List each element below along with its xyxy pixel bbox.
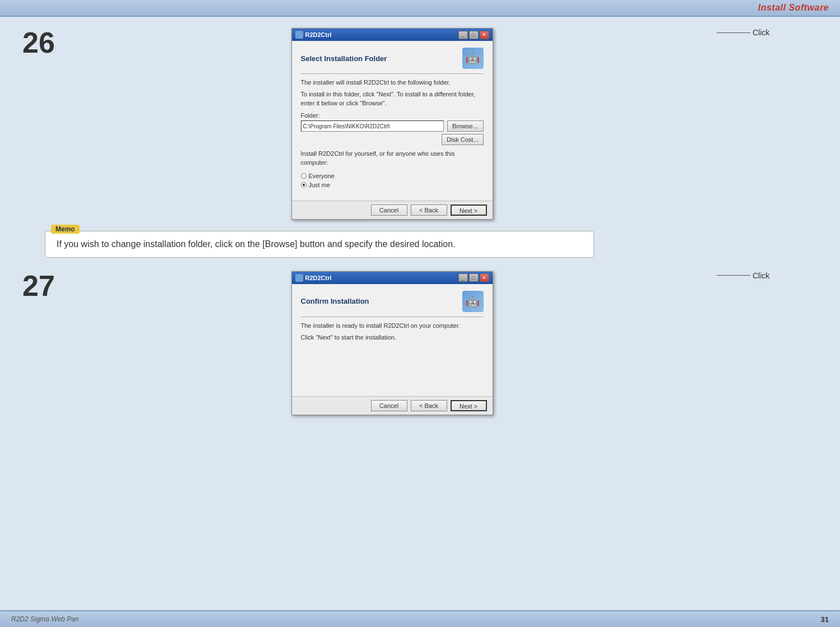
step-26-click-label: Click xyxy=(753,28,769,37)
step-26-text1: The installer will install R2D2Ctrl to t… xyxy=(301,78,484,87)
step-26-dialog: R2D2Ctrl _ □ ✕ Select Installation Folde… xyxy=(291,28,493,220)
step-27-dialog-footer: Cancel < Back Next > xyxy=(292,396,493,415)
step-26-radio-everyone[interactable]: Everyone xyxy=(301,173,484,179)
step-27-number: 27 xyxy=(22,271,67,300)
step-27-arrow-line xyxy=(717,275,750,276)
step-26-arrow-line xyxy=(717,32,750,33)
memo-box: Memo If you wish to change installation … xyxy=(45,231,594,258)
step-27-separator xyxy=(301,317,484,317)
step-27-app-icon xyxy=(295,274,303,282)
step-26-folder-label: Folder: xyxy=(301,112,484,119)
step-26-robot-icon: 🤖 xyxy=(462,48,484,69)
step-26-annotation: Click xyxy=(717,28,818,51)
step-26-number-col: 26 xyxy=(22,28,67,63)
step-26-next-btn[interactable]: Next > xyxy=(451,205,487,216)
step-27-restore-btn[interactable]: □ xyxy=(469,273,479,282)
step-26-titlebar-title: R2D2Ctrl xyxy=(295,31,332,39)
step-26-section: 26 R2D2Ctrl _ □ ✕ xyxy=(22,28,818,220)
step-27-next-btn[interactable]: Next > xyxy=(451,400,487,411)
step-26-text2: To install in this folder, click "Next".… xyxy=(301,90,484,108)
step-26-restore-btn[interactable]: □ xyxy=(469,31,479,39)
memo-label: Memo xyxy=(51,225,80,234)
step-26-install-label: Install R2D2Ctrl for yourself, or for an… xyxy=(301,150,484,167)
step-27-annotation: Click xyxy=(717,271,818,294)
step-26-dialog-heading-row: Select Installation Folder 🤖 xyxy=(301,48,484,69)
step-26-dialog-col: R2D2Ctrl _ □ ✕ Select Installation Folde… xyxy=(67,28,717,220)
step-26-folder-row: Browse... xyxy=(301,120,484,132)
step-27-back-btn[interactable]: < Back xyxy=(411,400,447,411)
footer-page-number: 31 xyxy=(821,615,829,624)
step-27-number-col: 27 xyxy=(22,271,67,306)
step-26-cancel-btn[interactable]: Cancel xyxy=(371,205,407,216)
step-26-minimize-btn[interactable]: _ xyxy=(458,31,468,39)
memo-text: If you wish to change installation folde… xyxy=(57,239,456,249)
step-26-dialog-footer: Cancel < Back Next > xyxy=(292,201,493,219)
step-26-back-btn[interactable]: < Back xyxy=(411,205,447,216)
page-title: Install Software xyxy=(758,3,829,13)
step-27-titlebar-title: R2D2Ctrl xyxy=(295,274,332,282)
step-26-folder-input[interactable] xyxy=(301,120,444,132)
step-27-text2: Click "Next" to start the installation. xyxy=(301,333,484,342)
step-27-robot-icon: 🤖 xyxy=(462,291,484,312)
step-26-titlebar-buttons: _ □ ✕ xyxy=(458,31,489,39)
step-26-row: 26 R2D2Ctrl _ □ ✕ xyxy=(22,28,818,220)
step-27-dialog-heading-row: Confirm Installation 🤖 xyxy=(301,291,484,312)
step-26-app-icon xyxy=(295,31,303,39)
step-27-dialog-col: R2D2Ctrl _ □ ✕ Confirm Installation 🤖 xyxy=(67,271,717,415)
footer-product-name: R2D2 Sigma Web Pan xyxy=(11,615,79,623)
step-26-titlebar: R2D2Ctrl _ □ ✕ xyxy=(292,29,493,41)
step-27-titlebar-buttons: _ □ ✕ xyxy=(458,273,489,282)
main-content: 26 R2D2Ctrl _ □ ✕ xyxy=(0,17,840,610)
step-26-number: 26 xyxy=(22,28,67,57)
step-26-close-btn[interactable]: ✕ xyxy=(480,31,489,39)
step-26-radio-everyone-indicator xyxy=(301,173,307,179)
step-27-cancel-btn[interactable]: Cancel xyxy=(371,400,407,411)
step-26-radio-justme-indicator xyxy=(301,182,307,188)
step-27-dialog-heading: Confirm Installation xyxy=(301,297,369,305)
step-26-dialog-body: Select Installation Folder 🤖 The install… xyxy=(292,41,493,201)
step-27-section: 27 R2D2Ctrl _ □ ✕ xyxy=(22,271,818,415)
header-bar: Install Software xyxy=(0,0,840,17)
step-26-disk-cost-btn[interactable]: Disk Cost... xyxy=(442,134,483,145)
step-27-click-label: Click xyxy=(753,271,769,280)
step-27-text1: The installer is ready to install R2D2Ct… xyxy=(301,322,484,330)
step-27-row: 27 R2D2Ctrl _ □ ✕ xyxy=(22,271,818,415)
step-26-dialog-heading: Select Installation Folder xyxy=(301,54,387,63)
step-26-separator xyxy=(301,73,484,74)
step-27-minimize-btn[interactable]: _ xyxy=(458,273,468,282)
step-26-browse-btn[interactable]: Browse... xyxy=(447,120,484,132)
footer: R2D2 Sigma Web Pan 31 xyxy=(0,610,840,627)
step-26-radio-justme[interactable]: Just me xyxy=(301,182,484,188)
step-27-titlebar: R2D2Ctrl _ □ ✕ xyxy=(292,272,493,284)
step-27-close-btn[interactable]: ✕ xyxy=(480,273,489,282)
step-27-dialog: R2D2Ctrl _ □ ✕ Confirm Installation 🤖 xyxy=(291,271,493,415)
step-26-radio-group: Everyone Just me xyxy=(301,173,484,188)
step-27-dialog-body: Confirm Installation 🤖 The installer is … xyxy=(292,284,493,396)
